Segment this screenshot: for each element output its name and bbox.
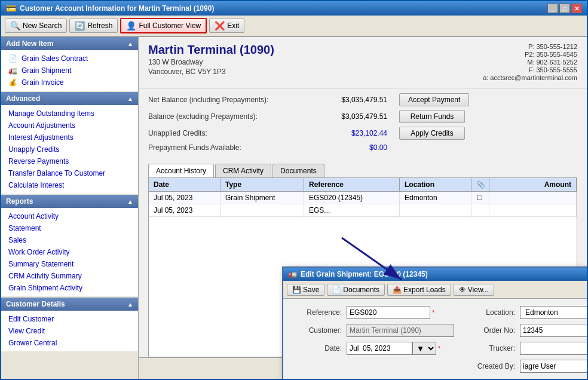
return-funds-button[interactable]: Return Funds <box>399 110 465 123</box>
trucker-label: Trucker: <box>466 344 520 353</box>
trucker-select[interactable] <box>520 342 587 355</box>
export-icon: 📤 <box>393 286 402 294</box>
cell-location-1: Edmonton <box>400 192 471 204</box>
sidebar-item-calculate-interest[interactable]: Calculate Interest <box>1 179 138 191</box>
sidebar-header-add-new[interactable]: Add New Item ▲ <box>1 37 138 50</box>
window-title: Customer Account Information for Martin … <box>20 4 214 13</box>
excl-balance-label: Balance (excluding Prepayments): <box>148 112 316 121</box>
required-indicator-ref: * <box>432 309 434 316</box>
sidebar-header-reports[interactable]: Reports ▲ <box>1 195 138 208</box>
dialog-form: Reference: * Customer: <box>283 299 587 379</box>
balance-section: Net Balance (including Prepayments): $3,… <box>139 88 587 160</box>
tab-crm-activity[interactable]: CRM Activity <box>215 164 271 177</box>
net-balance-value: $3,035,479.51 <box>316 96 387 104</box>
dialog-export-loads-button[interactable]: 📤 Export Loads <box>387 284 451 296</box>
chevron-up-icon-2: ▲ <box>127 96 133 102</box>
sidebar-item-grain-shipment-activity[interactable]: Grain Shipment Activity <box>1 282 138 294</box>
dialog-toolbar: 💾 Save 📄 Documents 📤 Export Loads <box>283 281 587 299</box>
sidebar-item-interest-adjustments[interactable]: Interest Adjustments <box>1 131 138 143</box>
new-search-button[interactable]: 🔍 New Search <box>5 19 67 33</box>
date-dropdown[interactable]: ▼ <box>412 342 436 355</box>
location-select[interactable]: Edmonton <box>520 306 587 319</box>
sidebar-section-reports: Reports ▲ Account Activity Statement Sal… <box>1 195 138 296</box>
sidebar-item-grower-central[interactable]: Grower Central <box>1 337 138 349</box>
documents-icon: 📄 <box>332 286 341 294</box>
contract-icon: 📄 <box>8 54 18 63</box>
dialog-icon: 🚛 <box>288 270 297 278</box>
right-panel: Martin Terminal (1090) 130 W Broadway Va… <box>139 37 587 379</box>
sidebar-item-account-activity[interactable]: Account Activity <box>1 210 138 222</box>
customer-contact: P: 350-555-1212 P2: 350-555-4545 M: 902-… <box>483 43 577 82</box>
col-header-clip: 📎 <box>471 178 489 191</box>
sidebar-item-view-credit[interactable]: View Credit <box>1 325 138 337</box>
customer-address-line1: 130 W Broadway <box>148 58 274 66</box>
sidebar-section-customer-details: Customer Details ▲ Edit Customer View Cr… <box>1 298 138 351</box>
sidebar-item-reverse-payments[interactable]: Reverse Payments <box>1 155 138 167</box>
sidebar-header-advanced[interactable]: Advanced ▲ <box>1 92 138 105</box>
customer-email: a: acctsrec@martinterminal.com <box>483 74 577 81</box>
required-indicator-date: * <box>438 345 440 352</box>
date-input[interactable] <box>347 342 412 355</box>
exit-button[interactable]: ❌ Exit <box>209 19 244 33</box>
sidebar-item-grain-sales-contract[interactable]: 📄 Grain Sales Contract <box>1 53 138 65</box>
refresh-button[interactable]: 🔄 Refresh <box>69 19 118 33</box>
cell-clip-1: ☐ <box>471 192 489 204</box>
sidebar-item-manage-outstanding[interactable]: Manage Outstanding Items <box>1 108 138 119</box>
apply-credits-button[interactable]: Apply Credits <box>399 127 465 140</box>
sidebar-item-unapply-credits[interactable]: Unapply Credits <box>1 143 138 155</box>
customer-phone-p2: P2: 350-555-4545 <box>483 51 577 58</box>
close-button[interactable]: ✕ <box>571 4 582 13</box>
chevron-up-icon: ▲ <box>127 41 133 47</box>
sidebar-item-edit-customer[interactable]: Edit Customer <box>1 313 138 325</box>
table-header: Date Type Reference Location 📎 Amount <box>149 178 577 192</box>
dialog-documents-button[interactable]: 📄 Documents <box>327 284 385 296</box>
location-label: Location: <box>466 308 520 317</box>
reference-input[interactable] <box>347 306 430 319</box>
reference-label: Reference: <box>293 308 347 317</box>
created-by-input[interactable] <box>520 360 587 373</box>
prepayment-label: Prepayment Funds Available: <box>148 143 316 152</box>
save-icon: 💾 <box>292 286 301 294</box>
table-row[interactable]: Jul 05, 2023 EGS... <box>149 204 577 217</box>
customer-label: Customer: <box>293 326 347 335</box>
chevron-up-icon-3: ▲ <box>127 198 133 205</box>
shipment-icon: 🚛 <box>8 66 18 75</box>
col-header-amount: Amount <box>489 178 577 191</box>
sidebar-item-summary-statement[interactable]: Summary Statement <box>1 258 138 270</box>
full-customer-view-button[interactable]: 👤 Full Customer View <box>120 18 207 33</box>
invoice-icon: 💰 <box>8 78 18 87</box>
maximize-button[interactable]: □ <box>559 4 570 13</box>
customer-address-line2: Vancouver, BC V5Y 1P3 <box>148 68 274 76</box>
dialog-save-button[interactable]: 💾 Save <box>287 284 324 296</box>
col-header-reference: Reference <box>304 178 400 191</box>
dialog-title: Edit Grain Shipment: EGS020 (12345) <box>301 270 428 278</box>
sidebar-header-customer-details[interactable]: Customer Details ▲ <box>1 298 138 311</box>
order-no-input[interactable] <box>520 324 587 337</box>
chevron-up-icon-4: ▲ <box>127 301 133 308</box>
dialog-view-button[interactable]: 👁 View... <box>454 284 494 296</box>
main-toolbar: 🔍 New Search 🔄 Refresh 👤 Full Customer V… <box>1 16 587 37</box>
cell-type-2 <box>220 204 304 216</box>
sidebar-item-account-adjustments[interactable]: Account Adjustments <box>1 119 138 131</box>
customer-input <box>347 324 454 337</box>
sidebar-item-sales[interactable]: Sales <box>1 234 138 246</box>
accept-payment-button[interactable]: Accept Payment <box>399 93 469 106</box>
sidebar-item-crm-activity-summary[interactable]: CRM Activity Summary <box>1 270 138 282</box>
tab-documents[interactable]: Documents <box>272 164 324 177</box>
cell-reference-2: EGS... <box>304 204 400 216</box>
sidebar-item-work-order-activity[interactable]: Work Order Activity <box>1 246 138 258</box>
cell-amount-2 <box>489 204 577 216</box>
sidebar-item-grain-shipment[interactable]: 🚛 Grain Shipment <box>1 65 138 76</box>
tab-account-history[interactable]: Account History <box>148 164 214 178</box>
refresh-icon: 🔄 <box>75 21 85 30</box>
main-window: 💳 Customer Account Information for Marti… <box>0 0 588 380</box>
sidebar-item-statement[interactable]: Statement <box>1 222 138 234</box>
order-no-label: Order No: <box>466 326 520 335</box>
minimize-button[interactable]: _ <box>547 4 558 13</box>
cell-amount-1 <box>489 192 577 204</box>
sidebar-item-transfer-balance[interactable]: Transfer Balance To Customer <box>1 167 138 179</box>
sidebar-item-grain-invoice[interactable]: 💰 Grain Invoice <box>1 76 138 88</box>
customer-phone-f: F: 350-555-5555 <box>483 66 577 73</box>
table-row[interactable]: Jul 05, 2023 Grain Shipment EGS020 (1234… <box>149 192 577 204</box>
view-icon: 👁 <box>459 286 466 294</box>
